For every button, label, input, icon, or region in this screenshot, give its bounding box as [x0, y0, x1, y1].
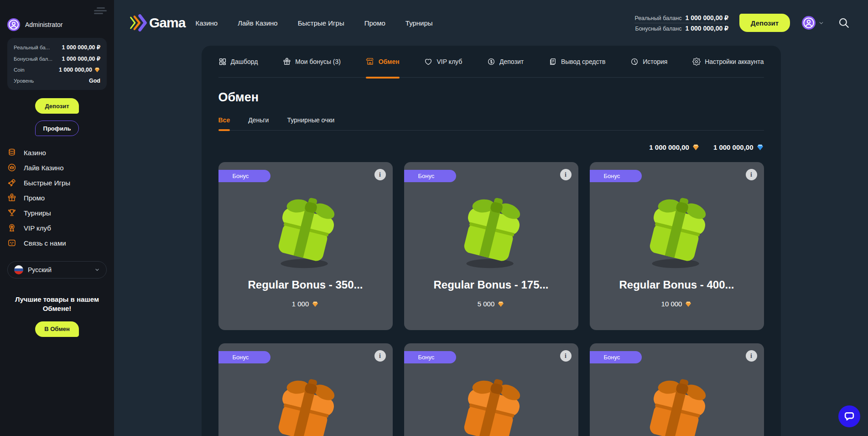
account-panel: Дашборд Мои бонусы (3) Обмен: [202, 46, 781, 436]
filter-money[interactable]: Деньги: [248, 116, 269, 130]
info-icon[interactable]: i: [746, 350, 757, 362]
tab-history[interactable]: История: [630, 46, 667, 78]
bonus-card[interactable]: Бонус i: [590, 343, 764, 436]
fast-games-icon: [7, 178, 16, 187]
chat-widget-button[interactable]: [838, 405, 860, 427]
tournaments-icon: [7, 208, 16, 217]
bonus-card[interactable]: Бонус i Regular Bonus - 175... 5 000: [404, 162, 578, 330]
sidebar-item-casino[interactable]: Казино: [7, 148, 107, 157]
sidebar-collapse-icon[interactable]: [93, 6, 107, 16]
coin-label: Coin: [14, 67, 25, 73]
gift-image-green: [452, 192, 530, 271]
gift-image-green: [266, 192, 345, 271]
blue-gem-icon: [756, 143, 764, 151]
tab-account-settings[interactable]: Настройки аккаунта: [692, 46, 764, 78]
bonus-price: 5 000: [404, 300, 578, 308]
casino-icon: [7, 148, 16, 157]
language-select[interactable]: Русский: [7, 261, 107, 278]
header-nav-casino[interactable]: Казино: [195, 19, 218, 27]
bonus-title: Regular Bonus - 400...: [590, 278, 764, 291]
account-menu[interactable]: [802, 16, 824, 30]
header-nav-fast-games[interactable]: Быстрые Игры: [298, 19, 344, 27]
orange-gem-icon: [312, 300, 319, 308]
sidebar-profile[interactable]: Administrator: [7, 18, 107, 31]
bonus-card[interactable]: Бонус i: [404, 343, 578, 436]
info-icon[interactable]: i: [374, 350, 386, 362]
orange-gem-icon: [94, 67, 100, 73]
history-icon: [630, 58, 639, 66]
info-icon[interactable]: i: [560, 350, 572, 362]
tab-my-bonuses[interactable]: Мои бонусы (3): [283, 46, 341, 78]
real-balance-value: 1 000 000,00 ₽: [62, 44, 100, 51]
tab-exchange[interactable]: Обмен: [366, 46, 400, 78]
bonus-price: 10 000: [590, 300, 764, 308]
search-icon[interactable]: [838, 17, 850, 29]
sidebar-deposit-button[interactable]: Депозит: [35, 98, 79, 114]
info-icon[interactable]: i: [560, 169, 572, 180]
points-balance: 1 000 000,00: [713, 143, 764, 151]
shop-icon: [366, 57, 374, 66]
sidebar-profile-button[interactable]: Профиль: [35, 121, 79, 136]
avatar: [7, 18, 20, 31]
chevron-down-icon: [818, 20, 824, 26]
sidebar: Administrator Реальный ба... 1 000 000,0…: [0, 0, 114, 436]
to-exchange-button[interactable]: В Обмен: [35, 321, 79, 337]
bonus-balance-label: Бонусный бал...: [14, 56, 52, 62]
bonus-card[interactable]: Бонус i Regular Bonus - 350... 1 000: [218, 162, 393, 330]
bonus-price: 1 000: [218, 300, 393, 308]
bonus-balance-row: Бонусный бал... 1 000 000,00 ₽: [14, 55, 100, 62]
gift-image-green: [638, 192, 716, 271]
bonus-grid: Бонус i Regular Bonus - 350... 1 000 Бон…: [218, 162, 764, 436]
brand-logo[interactable]: Gama: [129, 14, 185, 32]
avatar: [802, 16, 816, 30]
sidebar-item-tournaments[interactable]: Турниры: [7, 208, 107, 217]
level-label: Уровень: [14, 78, 34, 84]
language-label: Русский: [28, 266, 52, 273]
bonus-badge: Бонус: [590, 351, 642, 363]
filter-tournament-points[interactable]: Турнирные очки: [287, 116, 334, 130]
header-nav: Казино Лайв Казино Быстрые Игры Промо Ту…: [195, 19, 432, 27]
bonus-badge: Бонус: [590, 170, 642, 182]
gift-image-orange: [638, 373, 716, 436]
header-deposit-button[interactable]: Депозит: [739, 14, 790, 32]
heart-icon: [424, 58, 432, 66]
sidebar-nav: Казино Лайв Казино Быстрые Игры: [7, 148, 107, 247]
header-nav-tournaments[interactable]: Турниры: [405, 19, 433, 27]
sidebar-item-promo[interactable]: Промо: [7, 193, 107, 202]
promo-icon: [7, 193, 16, 202]
bonus-title: Regular Bonus - 350...: [218, 278, 393, 291]
tab-vip-club[interactable]: VIP клуб: [424, 46, 462, 78]
sidebar-item-fast-games[interactable]: Быстрые Игры: [7, 178, 107, 187]
info-icon[interactable]: i: [746, 169, 757, 180]
top-header: Gama Казино Лайв Казино Быстрые Игры Про…: [114, 0, 868, 46]
sidebar-promo-text: Лучшие товары в нашем Обмене!: [7, 295, 107, 314]
tab-withdraw[interactable]: Вывод средств: [549, 46, 606, 78]
sidebar-item-contact[interactable]: Связь с нами: [7, 238, 107, 247]
sidebar-item-vip[interactable]: VIP клуб: [7, 223, 107, 232]
header-real-balance: Реальный баланс 1 000 000,00 ₽: [634, 13, 728, 23]
bonus-badge: Бонус: [404, 170, 457, 182]
header-balances: Реальный баланс 1 000 000,00 ₽ Бонусный …: [634, 13, 728, 33]
coin-icon: [487, 58, 495, 66]
sidebar-balance-card: Реальный ба... 1 000 000,00 ₽ Бонусный б…: [7, 38, 107, 90]
info-icon[interactable]: i: [374, 169, 386, 180]
withdraw-icon: [549, 58, 557, 66]
coin-balance-row: Coin 1 000 000,00: [14, 67, 100, 73]
bonus-card[interactable]: Бонус i: [218, 343, 393, 436]
tab-deposit[interactable]: Депозит: [487, 46, 524, 78]
contact-icon: [7, 238, 16, 247]
header-nav-promo[interactable]: Промо: [364, 19, 385, 27]
bonus-badge: Бонус: [218, 351, 271, 363]
orange-gem-icon: [692, 143, 700, 151]
sidebar-item-live-casino[interactable]: Лайв Казино: [7, 163, 107, 172]
bonus-card[interactable]: Бонус i Regular Bonus - 400... 10 000: [590, 162, 764, 330]
level-value: God: [89, 78, 100, 84]
gift-image-orange: [266, 373, 345, 436]
real-balance-label: Реальный ба...: [14, 45, 50, 50]
filter-all[interactable]: Все: [218, 116, 230, 130]
brand-name: Gama: [149, 15, 185, 31]
header-nav-live-casino[interactable]: Лайв Казино: [238, 19, 278, 27]
bonus-title: Regular Bonus - 175...: [404, 278, 578, 291]
tab-dashboard[interactable]: Дашборд: [218, 46, 258, 78]
coin-value: 1 000 000,00: [59, 67, 100, 73]
